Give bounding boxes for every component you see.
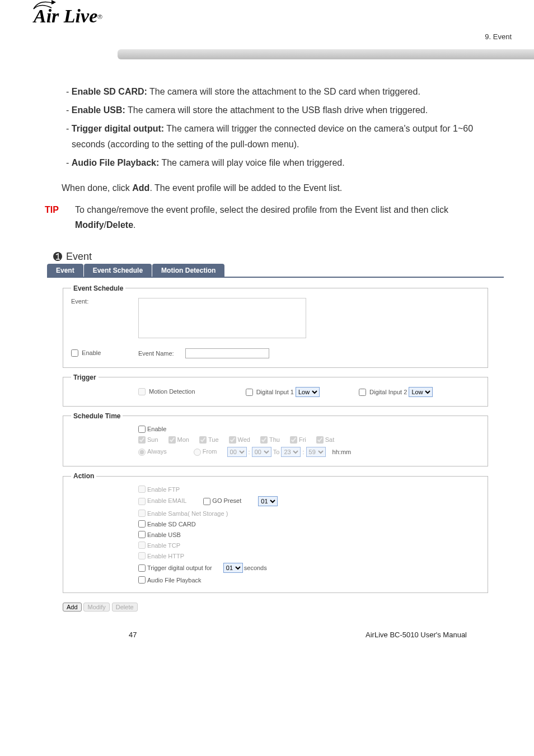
legend-event-schedule: Event Schedule [71, 284, 125, 292]
enable-email-checkbox[interactable] [138, 498, 146, 505]
section-label: 9. Event [485, 32, 512, 41]
event-name-label: Event Name: [138, 350, 174, 357]
schedule-enable-label: Enable [147, 426, 166, 432]
digital-input-2-label: Digital Input 2 [369, 389, 407, 395]
tab-event-schedule[interactable]: Event Schedule [84, 264, 152, 277]
tabs: Event Event Schedule Motion Detection [47, 264, 504, 278]
tip-row: TIP To change/remove the event profile, … [0, 195, 534, 241]
always-radio[interactable] [138, 449, 146, 456]
tab-event[interactable]: Event [47, 264, 83, 277]
event-name-input[interactable] [185, 348, 269, 358]
digital-input-1-select[interactable]: Low [296, 387, 320, 397]
motion-detection-checkbox[interactable] [138, 388, 146, 395]
event-list[interactable] [138, 298, 306, 338]
bullet-trigger: Trigger digital output: The camera will … [62, 121, 500, 151]
hhmm-label: hh:mm [332, 449, 352, 455]
day-wed-checkbox[interactable] [229, 436, 236, 444]
digital-input-2-select[interactable]: Low [409, 387, 433, 397]
legend-trigger: Trigger [71, 374, 99, 381]
day-sat-checkbox[interactable] [316, 436, 324, 444]
content-text: Enable SD CARD: The camera will store th… [0, 67, 534, 195]
page-header: Air Live® 9. Event [0, 0, 534, 67]
enable-http-checkbox[interactable] [138, 552, 146, 559]
to-hour-select[interactable]: 23 [281, 447, 301, 457]
audio-file-playback-checkbox[interactable] [138, 576, 146, 584]
legend-action: Action [71, 472, 96, 480]
delete-button[interactable]: Delete [112, 603, 138, 612]
legend-schedule-time: Schedule Time [71, 412, 123, 420]
from-radio[interactable] [194, 449, 201, 456]
event-panel-screenshot: Event Event Event Schedule Motion Detect… [0, 242, 534, 615]
enable-tcp-checkbox[interactable] [138, 542, 146, 549]
fieldset-schedule-time: Schedule Time Enable Sun Mon Tue Wed Thu… [63, 412, 488, 467]
manual-title: AirLive BC-5010 User's Manual [366, 631, 467, 639]
svg-marker-0 [51, 0, 56, 4]
enable-ftp-checkbox[interactable] [138, 486, 146, 493]
digital-input-1-checkbox[interactable] [246, 389, 253, 396]
tip-text: To change/remove the event profile, sele… [71, 202, 500, 232]
go-preset-checkbox[interactable] [203, 498, 210, 505]
tip-label: TIP [45, 202, 71, 232]
trigger-seconds-select[interactable]: 01 [223, 563, 243, 573]
day-tue-checkbox[interactable] [199, 436, 207, 444]
enable-checkbox[interactable] [71, 349, 78, 357]
digital-input-2-checkbox[interactable] [359, 389, 366, 396]
done-line: When done, click Add. The event profile … [62, 174, 500, 195]
motion-detection-label: Motion Detection [149, 388, 195, 395]
enable-label: Enable [82, 349, 101, 356]
logo: Air Live® [34, 6, 517, 27]
day-sun-checkbox[interactable] [138, 436, 146, 444]
bullet-audio: Audio File Playback: The camera will pla… [62, 155, 500, 170]
trigger-digital-output-checkbox[interactable] [138, 564, 146, 572]
digital-input-1-label: Digital Input 1 [256, 389, 294, 395]
logo-swoosh-icon [32, 0, 56, 11]
bullet-sdcard: Enable SD CARD: The camera will store th… [62, 84, 500, 99]
enable-usb-checkbox[interactable] [138, 531, 146, 538]
day-mon-checkbox[interactable] [168, 436, 176, 444]
day-fri-checkbox[interactable] [290, 436, 297, 444]
go-preset-select[interactable]: 01 [258, 496, 278, 506]
bullet-usb: Enable USB: The camera will store the at… [62, 102, 500, 118]
fieldset-event-schedule: Event Schedule Event: Enable Event Name: [63, 284, 488, 368]
info-icon [53, 251, 63, 262]
page-footer: 47 AirLive BC-5010 User's Manual [0, 615, 534, 650]
to-min-select[interactable]: 59 [306, 447, 326, 457]
logo-reg: ® [97, 13, 102, 20]
modify-button[interactable]: Modify [83, 603, 109, 612]
add-button[interactable]: Add [63, 603, 82, 612]
schedule-enable-checkbox[interactable] [138, 426, 146, 433]
page-number: 47 [129, 631, 137, 639]
enable-sdcard-checkbox[interactable] [138, 520, 146, 528]
panel-title: Event [47, 248, 504, 264]
fieldset-action: Action Enable FTP Enable EMAIL GO Preset… [63, 472, 488, 593]
panel-body: Event Schedule Event: Enable Event Name:… [47, 278, 504, 601]
from-hour-select[interactable]: 00 [227, 447, 247, 457]
tab-motion-detection[interactable]: Motion Detection [152, 264, 224, 277]
event-label: Event: [71, 298, 138, 305]
header-divider-bar [118, 49, 534, 59]
day-thu-checkbox[interactable] [260, 436, 268, 444]
enable-samba-checkbox[interactable] [138, 510, 146, 517]
panel-buttons: Add Modify Delete [47, 601, 504, 615]
fieldset-trigger: Trigger Motion Detection Digital Input 1… [63, 374, 488, 407]
from-min-select[interactable]: 00 [252, 447, 271, 457]
